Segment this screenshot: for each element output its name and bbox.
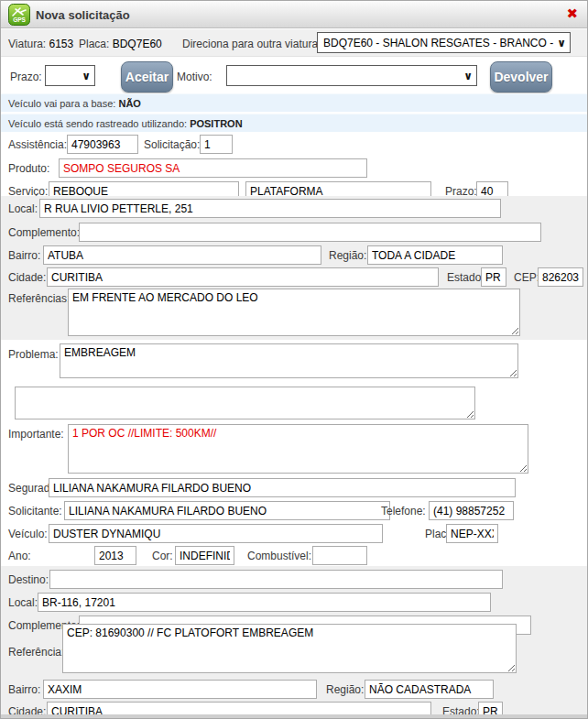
prazo-select[interactable]: ∨ — [45, 65, 95, 86]
solicitante-label: Solicitante: — [8, 505, 62, 517]
origem-regiao-label: Região: — [329, 249, 366, 262]
observacao-textarea[interactable] — [15, 387, 475, 419]
referencias-textarea[interactable]: EM FRENTE AO MERCADO DO LEO — [68, 289, 520, 336]
combustivel-label: Combustível: — [247, 550, 311, 562]
assistencia-label: Assistência: — [8, 138, 67, 151]
assistencia-input[interactable] — [67, 135, 138, 154]
destino-local-input[interactable] — [38, 593, 491, 612]
viatura-label: Viatura: 6153 — [8, 38, 73, 50]
veiculo-label: Veículo: — [8, 528, 48, 540]
destino-regiao-input[interactable] — [365, 680, 494, 699]
origem-cidade-label: Cidade: — [8, 271, 46, 284]
destino-regiao-label: Região: — [326, 683, 364, 696]
combustivel-input[interactable] — [312, 546, 367, 565]
direciona-label: Direciona para outra viatura: — [182, 38, 321, 50]
destino-referencia-label: Referência: — [8, 646, 64, 659]
placa-label: Placa: BDQ7E60 — [79, 38, 162, 50]
origem-cep-input[interactable] — [538, 267, 583, 287]
veiculo-placa-input[interactable] — [446, 524, 498, 543]
nova-solicitacao-dialog: GPS Nova solicitação ✖ Viatura: 6153 Pla… — [0, 0, 588, 719]
origem-complemento-input[interactable] — [79, 223, 541, 242]
devolver-button[interactable]: Devolver — [490, 61, 552, 93]
referencias-label: Referências: — [8, 292, 70, 305]
notice-tracking-value: POSITRON — [190, 118, 242, 129]
gps-icon: GPS — [8, 4, 30, 26]
solicitacao-input[interactable] — [200, 135, 233, 154]
direciona-select[interactable]: BDQ7E60 - SHALON RESGATES - BRANCO - 615… — [317, 32, 571, 53]
origem-estado-input[interactable] — [481, 267, 506, 287]
prazo-action-label: Prazo: — [10, 71, 42, 83]
viatura-value: 6153 — [49, 38, 73, 50]
notice-tracking: Veículo está sendo rastreado utilizando:… — [1, 114, 587, 132]
svg-text:GPS: GPS — [13, 16, 26, 23]
placa-value: BDQ7E60 — [113, 38, 162, 50]
destino-bairro-input[interactable] — [43, 680, 317, 699]
telefone-input[interactable] — [429, 501, 514, 520]
origem-regiao-input[interactable] — [367, 245, 503, 265]
solicitante-input[interactable] — [64, 501, 390, 520]
ano-label: Ano: — [8, 550, 31, 562]
importante-label: Importante: — [8, 428, 64, 441]
page-title: Nova solicitação — [36, 8, 130, 22]
dialog-footer — [1, 714, 587, 719]
chevron-down-icon: ∨ — [557, 37, 566, 49]
notice-base-value: NÃO — [118, 98, 140, 109]
cor-label: Cor: — [152, 550, 173, 562]
chevron-down-icon: ∨ — [463, 70, 473, 82]
ano-input[interactable] — [94, 546, 136, 565]
destino-referencia-textarea[interactable]: CEP: 81690300 // FC PLATOFORT EMBREAGEM — [62, 624, 517, 673]
veiculo-input[interactable] — [49, 524, 383, 543]
telefone-label: Telefone: — [381, 505, 426, 517]
segurado-input[interactable] — [49, 478, 516, 497]
notice-base: Veículo vai para a base: NÃO — [1, 93, 587, 112]
origem-local-input[interactable] — [39, 199, 501, 218]
origem-bairro-label: Bairro: — [8, 249, 40, 262]
chevron-down-icon: ∨ — [82, 70, 91, 82]
solicitacao-label: Solicitação: — [144, 138, 200, 151]
origem-cidade-input[interactable] — [47, 267, 439, 287]
title-bar: GPS Nova solicitação ✖ — [1, 1, 587, 28]
importante-textarea[interactable]: 1 POR OC //LIMITE: 500KM// — [68, 424, 528, 474]
produto-label: Produto: — [8, 162, 49, 175]
origem-bairro-input[interactable] — [43, 245, 321, 265]
problema-textarea[interactable]: EMBREAGEM — [60, 343, 518, 378]
aceitar-button[interactable]: Aceitar — [121, 61, 173, 93]
close-icon[interactable]: ✖ — [566, 6, 578, 21]
cor-input[interactable] — [175, 546, 234, 565]
problema-label: Problema: — [8, 348, 59, 361]
origem-cep-label: CEP: — [514, 271, 539, 284]
motivo-select[interactable]: ∨ — [226, 65, 477, 86]
destino-label: Destino: — [8, 573, 49, 586]
origem-local-label: Local: — [8, 202, 38, 215]
destino-local-label: Local: — [8, 596, 38, 609]
destino-bairro-label: Bairro: — [8, 683, 40, 696]
motivo-label: Motivo: — [177, 71, 212, 83]
origem-complemento-label: Complemento: — [8, 226, 80, 239]
destino-input[interactable] — [49, 570, 503, 589]
produto-input[interactable] — [59, 158, 367, 178]
origem-estado-label: Estado: — [447, 271, 485, 284]
